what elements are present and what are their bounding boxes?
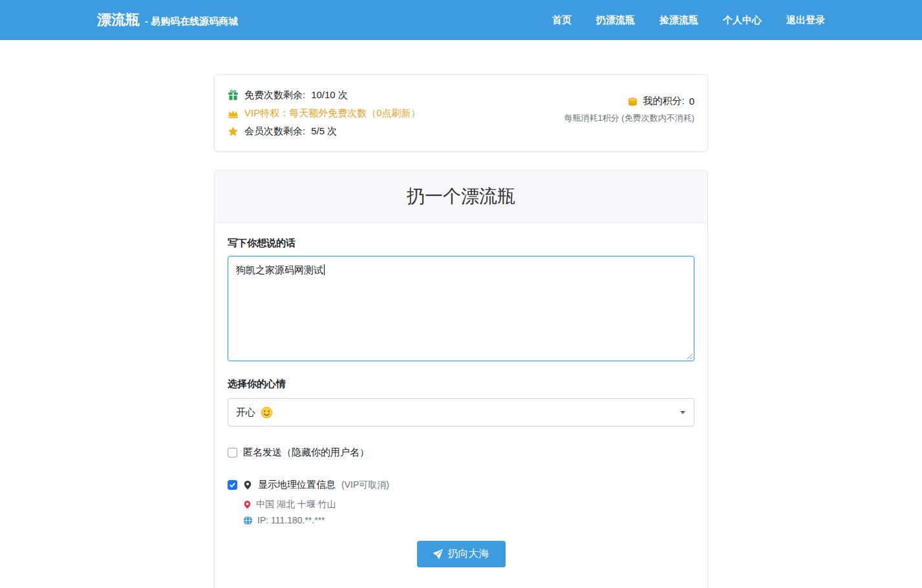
anonymous-checkbox[interactable] bbox=[228, 448, 237, 457]
member-quota-row: 会员次数剩余: 5/5 次 bbox=[228, 123, 421, 139]
nav-item-home[interactable]: 首页 bbox=[552, 14, 572, 26]
location-pin-icon bbox=[243, 480, 252, 490]
resize-grip[interactable] bbox=[685, 352, 692, 359]
submit-area: 扔向大海 bbox=[228, 541, 694, 567]
paper-plane-icon bbox=[433, 549, 443, 559]
brand[interactable]: 漂流瓶 - 易购码在线源码商城 bbox=[97, 10, 238, 30]
throw-button[interactable]: 扔向大海 bbox=[417, 541, 506, 567]
points-row: 我的积分: 0 bbox=[564, 95, 695, 107]
points-panel: 我的积分: 0 每瓶消耗1积分 (免费次数内不消耗) bbox=[564, 85, 695, 142]
points-label: 我的积分: bbox=[643, 95, 684, 107]
nav-item-profile[interactable]: 个人中心 bbox=[723, 14, 762, 26]
main-container: 免费次数剩余: 10/10 次 VIP特权：每天额外免费次数（0点刷新） 会员次… bbox=[214, 74, 708, 588]
free-quota-label: 免费次数剩余: bbox=[244, 89, 305, 101]
throw-bottle-card: 扔一个漂流瓶 写下你想说的话 狗凯之家源码网测试 选择你的心情 开心 bbox=[214, 170, 708, 588]
nav-item-pick-bottle[interactable]: 捡漂流瓶 bbox=[659, 14, 698, 26]
nav-links: 首页 扔漂流瓶 捡漂流瓶 个人中心 退出登录 bbox=[552, 14, 825, 26]
mood-select[interactable]: 开心 bbox=[228, 398, 694, 426]
mood-label: 选择你的心情 bbox=[228, 378, 694, 390]
gift-icon bbox=[228, 90, 239, 101]
free-quota-row: 免费次数剩余: 10/10 次 bbox=[228, 87, 421, 103]
quota-list: 免费次数剩余: 10/10 次 VIP特权：每天额外免费次数（0点刷新） 会员次… bbox=[228, 85, 421, 142]
message-label: 写下你想说的话 bbox=[228, 237, 694, 249]
star-icon bbox=[228, 126, 239, 137]
location-details: 中国 湖北 十堰 竹山 IP: 111.180.**.*** bbox=[243, 499, 694, 525]
mood-selected-value: 开心 bbox=[236, 406, 255, 419]
globe-icon bbox=[243, 516, 253, 525]
ip-value: IP: 111.180.**.*** bbox=[257, 515, 325, 525]
brand-subtitle: - 易购码在线源码商城 bbox=[145, 16, 238, 28]
smile-icon bbox=[261, 406, 273, 419]
anonymous-row: 匿名发送（隐藏你的用户名） bbox=[228, 446, 694, 459]
points-note: 每瓶消耗1积分 (免费次数内不消耗) bbox=[564, 112, 695, 124]
vip-privilege-row: VIP特权：每天额外免费次数（0点刷新） bbox=[228, 105, 421, 121]
crown-icon bbox=[228, 108, 239, 119]
member-quota-value: 5/5 次 bbox=[311, 125, 337, 138]
text-caret bbox=[324, 264, 325, 275]
geo-location-value: 中国 湖北 十堰 竹山 bbox=[256, 499, 336, 510]
geo-location-row: 中国 湖北 十堰 竹山 bbox=[243, 499, 694, 510]
navbar-inner: 漂流瓶 - 易购码在线源码商城 首页 扔漂流瓶 捡漂流瓶 个人中心 退出登录 bbox=[87, 10, 835, 30]
check-icon bbox=[229, 481, 236, 488]
page-title: 扔一个漂流瓶 bbox=[215, 184, 707, 209]
throw-button-label: 扔向大海 bbox=[448, 547, 489, 561]
location-pin-red-icon bbox=[243, 500, 252, 509]
anonymous-label: 匿名发送（隐藏你的用户名） bbox=[243, 446, 369, 459]
brand-title: 漂流瓶 bbox=[97, 10, 140, 30]
location-hint: (VIP可取消) bbox=[341, 479, 389, 491]
message-text: 狗凯之家源码网测试 bbox=[236, 264, 323, 275]
coins-icon bbox=[627, 96, 638, 107]
card-body: 写下你想说的话 狗凯之家源码网测试 选择你的心情 开心 匿名发送（隐藏你的用户名… bbox=[215, 223, 707, 588]
nav-item-throw-bottle[interactable]: 扔漂流瓶 bbox=[596, 14, 635, 26]
member-quota-label: 会员次数剩余: bbox=[244, 125, 305, 138]
location-checkbox[interactable] bbox=[228, 480, 237, 490]
free-quota-value: 10/10 次 bbox=[311, 89, 348, 101]
location-label: 显示地理位置信息 bbox=[258, 479, 336, 491]
ip-row: IP: 111.180.**.*** bbox=[243, 515, 694, 525]
chevron-down-icon bbox=[680, 411, 685, 414]
vip-privilege-text: VIP特权：每天额外免费次数（0点刷新） bbox=[244, 107, 421, 120]
page: { "navbar": { "brand": "漂流瓶", "brand_suf… bbox=[0, 0, 922, 588]
quota-card: 免费次数剩余: 10/10 次 VIP特权：每天额外免费次数（0点刷新） 会员次… bbox=[214, 74, 708, 152]
card-header: 扔一个漂流瓶 bbox=[215, 171, 707, 223]
nav-item-logout[interactable]: 退出登录 bbox=[786, 14, 825, 26]
location-row: 显示地理位置信息 (VIP可取消) bbox=[228, 479, 694, 491]
message-textarea[interactable]: 狗凯之家源码网测试 bbox=[228, 256, 694, 361]
navbar: 漂流瓶 - 易购码在线源码商城 首页 扔漂流瓶 捡漂流瓶 个人中心 退出登录 bbox=[0, 0, 922, 40]
points-value: 0 bbox=[689, 96, 694, 107]
